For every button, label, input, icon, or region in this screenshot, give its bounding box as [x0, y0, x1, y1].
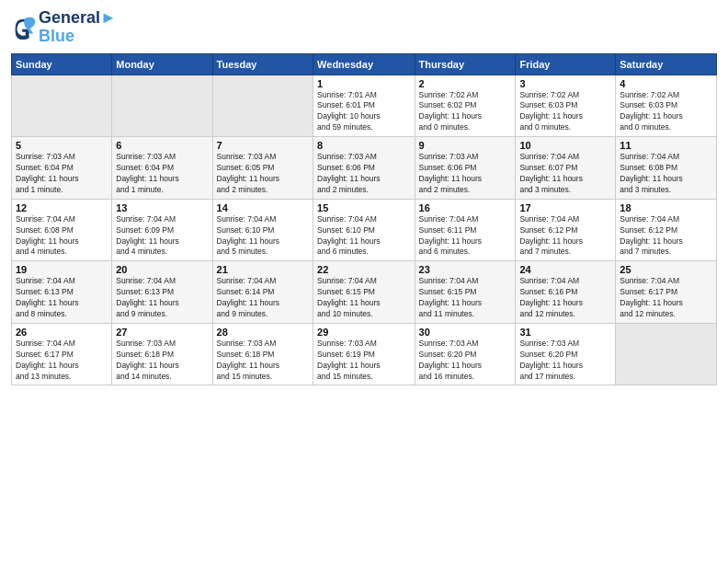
day-number: 2 — [419, 78, 512, 89]
day-number: 6 — [116, 140, 208, 151]
day-number: 31 — [519, 327, 611, 338]
day-number: 9 — [419, 140, 512, 151]
calendar-week-4: 19Sunrise: 7:04 AMSunset: 6:13 PMDayligh… — [12, 261, 717, 324]
calendar-cell — [112, 75, 212, 137]
day-number: 8 — [317, 140, 410, 151]
calendar-cell: 24Sunrise: 7:04 AMSunset: 6:16 PMDayligh… — [516, 261, 616, 324]
page-header: General► Blue — [11, 9, 717, 46]
calendar-cell: 8Sunrise: 7:03 AMSunset: 6:06 PMDaylight… — [313, 137, 415, 200]
weekday-header-friday: Friday — [516, 53, 616, 75]
day-number: 3 — [519, 78, 611, 89]
day-info: Sunrise: 7:04 AMSunset: 6:15 PMDaylight:… — [419, 276, 512, 320]
calendar-cell: 29Sunrise: 7:03 AMSunset: 6:19 PMDayligh… — [313, 323, 415, 385]
day-info: Sunrise: 7:04 AMSunset: 6:12 PMDaylight:… — [519, 214, 611, 259]
day-info: Sunrise: 7:04 AMSunset: 6:10 PMDaylight:… — [217, 214, 309, 259]
calendar-cell: 23Sunrise: 7:04 AMSunset: 6:15 PMDayligh… — [415, 261, 516, 324]
day-number: 1 — [317, 78, 410, 89]
calendar-cell — [12, 75, 112, 137]
day-number: 28 — [217, 327, 309, 338]
calendar-cell: 6Sunrise: 7:03 AMSunset: 6:04 PMDaylight… — [112, 137, 212, 200]
day-number: 16 — [419, 202, 512, 213]
weekday-header-sunday: Sunday — [12, 53, 112, 75]
calendar-cell: 15Sunrise: 7:04 AMSunset: 6:10 PMDayligh… — [313, 199, 415, 261]
calendar-cell: 22Sunrise: 7:04 AMSunset: 6:15 PMDayligh… — [313, 261, 415, 324]
calendar-cell: 9Sunrise: 7:03 AMSunset: 6:06 PMDaylight… — [415, 137, 516, 200]
day-info: Sunrise: 7:03 AMSunset: 6:04 PMDaylight:… — [116, 152, 208, 196]
calendar-cell — [616, 323, 717, 385]
day-number: 26 — [16, 327, 108, 338]
day-number: 15 — [317, 202, 410, 213]
logo-text: General► Blue — [39, 9, 117, 46]
day-info: Sunrise: 7:04 AMSunset: 6:10 PMDaylight:… — [317, 214, 410, 259]
calendar-cell: 4Sunrise: 7:02 AMSunset: 6:03 PMDaylight… — [616, 75, 717, 137]
day-info: Sunrise: 7:02 AMSunset: 6:03 PMDaylight:… — [519, 90, 611, 134]
day-number: 21 — [217, 264, 309, 275]
weekday-header-monday: Monday — [112, 53, 212, 75]
calendar-cell: 27Sunrise: 7:03 AMSunset: 6:18 PMDayligh… — [112, 323, 212, 385]
day-info: Sunrise: 7:04 AMSunset: 6:12 PMDaylight:… — [620, 214, 712, 259]
logo-icon — [11, 15, 37, 40]
day-number: 18 — [620, 202, 712, 213]
day-info: Sunrise: 7:03 AMSunset: 6:05 PMDaylight:… — [217, 152, 309, 196]
day-info: Sunrise: 7:04 AMSunset: 6:08 PMDaylight:… — [620, 152, 712, 196]
day-number: 19 — [16, 264, 108, 275]
calendar-cell: 31Sunrise: 7:03 AMSunset: 6:20 PMDayligh… — [516, 323, 616, 385]
day-info: Sunrise: 7:03 AMSunset: 6:06 PMDaylight:… — [317, 152, 410, 196]
day-info: Sunrise: 7:02 AMSunset: 6:02 PMDaylight:… — [419, 90, 512, 134]
calendar-cell: 7Sunrise: 7:03 AMSunset: 6:05 PMDaylight… — [212, 137, 313, 200]
day-info: Sunrise: 7:03 AMSunset: 6:19 PMDaylight:… — [317, 339, 410, 383]
day-number: 4 — [620, 78, 712, 89]
day-number: 12 — [16, 202, 108, 213]
day-number: 29 — [317, 327, 410, 338]
day-info: Sunrise: 7:03 AMSunset: 6:18 PMDaylight:… — [217, 339, 309, 383]
day-info: Sunrise: 7:03 AMSunset: 6:18 PMDaylight:… — [116, 339, 208, 383]
calendar-week-1: 1Sunrise: 7:01 AMSunset: 6:01 PMDaylight… — [12, 75, 717, 137]
day-info: Sunrise: 7:04 AMSunset: 6:16 PMDaylight:… — [519, 276, 611, 320]
day-number: 20 — [116, 264, 208, 275]
calendar-table: SundayMondayTuesdayWednesdayThursdayFrid… — [11, 53, 717, 386]
day-number: 30 — [419, 327, 512, 338]
day-number: 11 — [620, 140, 712, 151]
day-info: Sunrise: 7:03 AMSunset: 6:06 PMDaylight:… — [419, 152, 512, 196]
day-info: Sunrise: 7:04 AMSunset: 6:07 PMDaylight:… — [519, 152, 611, 196]
calendar-week-5: 26Sunrise: 7:04 AMSunset: 6:17 PMDayligh… — [12, 323, 717, 385]
calendar-header-row: SundayMondayTuesdayWednesdayThursdayFrid… — [12, 53, 717, 75]
calendar-cell: 14Sunrise: 7:04 AMSunset: 6:10 PMDayligh… — [212, 199, 313, 261]
calendar-cell: 10Sunrise: 7:04 AMSunset: 6:07 PMDayligh… — [516, 137, 616, 200]
day-number: 5 — [16, 140, 108, 151]
calendar-cell: 25Sunrise: 7:04 AMSunset: 6:17 PMDayligh… — [616, 261, 717, 324]
day-number: 22 — [317, 264, 410, 275]
calendar-cell: 18Sunrise: 7:04 AMSunset: 6:12 PMDayligh… — [616, 199, 717, 261]
day-info: Sunrise: 7:04 AMSunset: 6:11 PMDaylight:… — [419, 214, 512, 259]
calendar-cell: 2Sunrise: 7:02 AMSunset: 6:02 PMDaylight… — [415, 75, 516, 137]
day-number: 10 — [519, 140, 611, 151]
day-info: Sunrise: 7:02 AMSunset: 6:03 PMDaylight:… — [620, 90, 712, 134]
calendar-cell: 1Sunrise: 7:01 AMSunset: 6:01 PMDaylight… — [313, 75, 415, 137]
day-number: 17 — [519, 202, 611, 213]
calendar-cell: 3Sunrise: 7:02 AMSunset: 6:03 PMDaylight… — [516, 75, 616, 137]
calendar-cell: 19Sunrise: 7:04 AMSunset: 6:13 PMDayligh… — [12, 261, 112, 324]
calendar-cell — [212, 75, 313, 137]
calendar-cell: 30Sunrise: 7:03 AMSunset: 6:20 PMDayligh… — [415, 323, 516, 385]
calendar-cell: 28Sunrise: 7:03 AMSunset: 6:18 PMDayligh… — [212, 323, 313, 385]
calendar-cell: 5Sunrise: 7:03 AMSunset: 6:04 PMDaylight… — [12, 137, 112, 200]
calendar-cell: 17Sunrise: 7:04 AMSunset: 6:12 PMDayligh… — [516, 199, 616, 261]
day-number: 27 — [116, 327, 208, 338]
day-info: Sunrise: 7:01 AMSunset: 6:01 PMDaylight:… — [317, 90, 410, 134]
weekday-header-thursday: Thursday — [415, 53, 516, 75]
weekday-header-saturday: Saturday — [616, 53, 717, 75]
day-info: Sunrise: 7:04 AMSunset: 6:15 PMDaylight:… — [317, 276, 410, 320]
calendar-week-2: 5Sunrise: 7:03 AMSunset: 6:04 PMDaylight… — [12, 137, 717, 200]
day-info: Sunrise: 7:04 AMSunset: 6:17 PMDaylight:… — [620, 276, 712, 320]
day-number: 14 — [217, 202, 309, 213]
day-info: Sunrise: 7:04 AMSunset: 6:09 PMDaylight:… — [116, 214, 208, 259]
calendar-cell: 12Sunrise: 7:04 AMSunset: 6:08 PMDayligh… — [12, 199, 112, 261]
day-info: Sunrise: 7:03 AMSunset: 6:20 PMDaylight:… — [519, 339, 611, 383]
logo: General► Blue — [11, 9, 117, 46]
day-info: Sunrise: 7:04 AMSunset: 6:08 PMDaylight:… — [16, 214, 108, 259]
day-info: Sunrise: 7:03 AMSunset: 6:20 PMDaylight:… — [419, 339, 512, 383]
weekday-header-wednesday: Wednesday — [313, 53, 415, 75]
calendar-cell: 26Sunrise: 7:04 AMSunset: 6:17 PMDayligh… — [12, 323, 112, 385]
day-info: Sunrise: 7:03 AMSunset: 6:04 PMDaylight:… — [16, 152, 108, 196]
day-number: 23 — [419, 264, 512, 275]
